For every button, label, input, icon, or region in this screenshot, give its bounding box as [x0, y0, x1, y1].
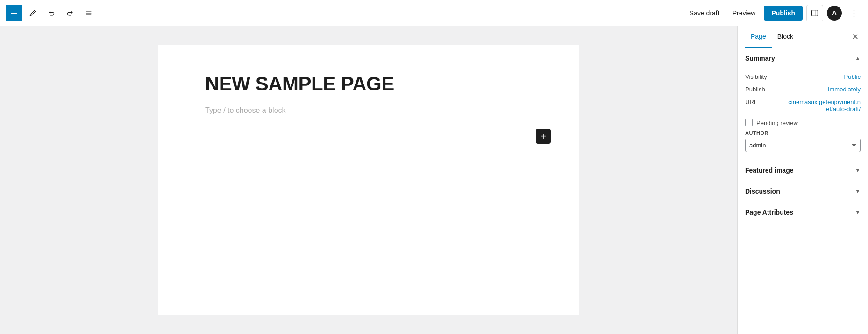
tab-page[interactable]: Page	[745, 26, 772, 48]
svg-rect-0	[812, 10, 818, 16]
url-row: URL cinemasux.getenjoyment.net/auto-draf…	[745, 96, 861, 115]
url-label: URL	[745, 98, 783, 105]
discussion-title: Discussion	[745, 188, 780, 195]
summary-section-body: Visibility Public Publish Immediately UR…	[738, 69, 868, 160]
discussion-chevron-icon: ▼	[855, 188, 861, 195]
visibility-label: Visibility	[745, 73, 783, 80]
page-attributes-chevron-icon: ▼	[855, 209, 861, 216]
url-value[interactable]: cinemasux.getenjoyment.net/auto-draft/	[786, 98, 861, 112]
pending-review-checkbox[interactable]	[745, 119, 753, 126]
summary-title: Summary	[745, 55, 775, 62]
block-placeholder[interactable]: Type / to choose a block	[205, 106, 532, 115]
pending-review-label: Pending review	[756, 119, 798, 126]
add-block-inline-button[interactable]: +	[536, 129, 551, 144]
more-options-button[interactable]: ⋮	[846, 5, 862, 21]
publish-row: Publish Immediately	[745, 83, 861, 96]
preview-button[interactable]: Preview	[728, 7, 761, 20]
summary-chevron-icon: ▲	[855, 55, 861, 62]
redo-button[interactable]	[62, 5, 78, 21]
list-view-button[interactable]	[80, 5, 97, 21]
undo-button[interactable]	[43, 5, 60, 21]
view-toggle-button[interactable]	[806, 5, 823, 21]
save-draft-button[interactable]: Save draft	[685, 7, 724, 20]
add-block-button[interactable]	[6, 5, 22, 21]
pending-review-row: Pending review	[745, 115, 861, 130]
topbar: Save draft Preview Publish A ⋮	[0, 0, 868, 26]
edit-tool-button[interactable]	[24, 5, 41, 21]
page-attributes-header[interactable]: Page Attributes ▼	[738, 202, 868, 223]
topbar-right: Save draft Preview Publish A ⋮	[685, 5, 862, 21]
featured-image-header[interactable]: Featured image ▼	[738, 160, 868, 181]
publish-value[interactable]: Immediately	[828, 86, 861, 93]
visibility-row: Visibility Public	[745, 70, 861, 83]
tab-block[interactable]: Block	[772, 26, 799, 48]
panel-close-button[interactable]: ✕	[850, 26, 861, 48]
page-attributes-section: Page Attributes ▼	[738, 202, 868, 223]
summary-section: Summary ▲ Visibility Public Publish Imme…	[738, 48, 868, 160]
featured-image-chevron-icon: ▼	[855, 167, 861, 174]
featured-image-section: Featured image ▼	[738, 160, 868, 181]
featured-image-title: Featured image	[745, 167, 793, 174]
main-content: NEW SAMPLE PAGE Type / to choose a block…	[0, 26, 868, 334]
publish-label: Publish	[745, 86, 783, 93]
editor-canvas: NEW SAMPLE PAGE Type / to choose a block…	[158, 45, 579, 315]
discussion-header[interactable]: Discussion ▼	[738, 181, 868, 202]
discussion-section: Discussion ▼	[738, 181, 868, 202]
panel-tabs: Page Block ✕	[738, 26, 868, 48]
author-section: AUTHOR admin	[745, 130, 861, 152]
publish-button[interactable]: Publish	[764, 6, 803, 21]
visibility-value[interactable]: Public	[844, 73, 861, 80]
user-avatar[interactable]: A	[827, 6, 842, 21]
author-label: AUTHOR	[745, 130, 861, 136]
summary-section-header[interactable]: Summary ▲	[738, 48, 868, 69]
page-title[interactable]: NEW SAMPLE PAGE	[205, 73, 532, 95]
editor-area[interactable]: NEW SAMPLE PAGE Type / to choose a block…	[0, 26, 737, 334]
author-select[interactable]: admin	[745, 139, 861, 152]
page-attributes-title: Page Attributes	[745, 209, 793, 216]
right-panel: Page Block ✕ Summary ▲ Visibility Public…	[737, 26, 868, 334]
